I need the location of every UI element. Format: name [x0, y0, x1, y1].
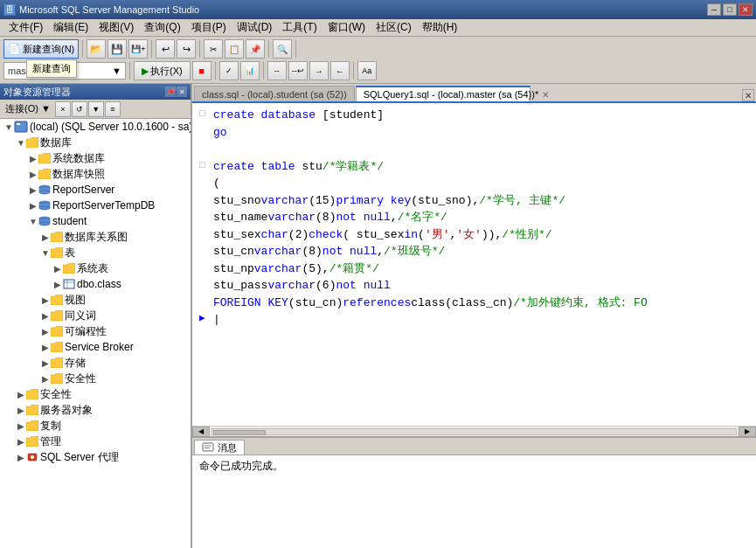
menu-query[interactable]: 查询(Q) [139, 18, 185, 37]
tree-reportserver[interactable]: ▶ ReportServer [0, 182, 191, 198]
uncomment-button[interactable]: --↩ [288, 61, 308, 80]
tree-sql-agent[interactable]: ▶ SQL Server 代理 [0, 449, 191, 465]
copy-button[interactable]: 📋 [225, 39, 244, 59]
tree-views[interactable]: ▶ 视图 [0, 292, 191, 308]
tree-system-tables[interactable]: ▶ 系统表 [0, 260, 191, 276]
object-tree: ▼ (local) (SQL Server 10.0.1600 - sa) ▼ … [0, 119, 191, 548]
refresh-button[interactable]: ↺ [72, 101, 87, 117]
sysdb-label: 系统数据库 [52, 151, 105, 166]
save-button[interactable]: 💾 [108, 39, 127, 59]
synonyms-expand: ▶ [40, 310, 51, 321]
toolbar-row-1: 📄 新建查询(N) 📂 💾 💾+ ↩ ↪ ✂ 📋 📌 🔍 [3, 38, 753, 59]
student-expand: ▼ [28, 216, 38, 226]
tree-replication[interactable]: ▶ 复制 [0, 418, 191, 434]
tree-programmability[interactable]: ▶ 可编程性 [0, 323, 191, 339]
menu-debug[interactable]: 调试(D) [232, 18, 278, 37]
rs-expand: ▶ [28, 184, 38, 195]
stop-button[interactable]: ■ [192, 61, 212, 80]
tree-security-student[interactable]: ▶ 安全性 [0, 371, 191, 386]
tab-sqlquery1[interactable]: SQLQuery1.sql - (local).master (sa (54))… [356, 86, 531, 101]
execute-button[interactable]: ▶ 执行(X) [134, 61, 191, 80]
include-actual-button[interactable]: 📊 [240, 61, 260, 80]
h-scrollbar[interactable]: ◀ ▶ [192, 426, 756, 436]
comment-button[interactable]: -- [267, 61, 287, 80]
tree-db-diagram[interactable]: ▶ 数据库关系图 [0, 229, 191, 245]
messages-tab[interactable]: 消息 [194, 440, 245, 454]
menu-file[interactable]: 文件(F) [3, 18, 48, 37]
mgmt-label: 管理 [40, 434, 61, 449]
snapshot-expand: ▶ [28, 169, 38, 179]
filter-button[interactable]: ▼ [88, 101, 104, 117]
connect-button[interactable]: 连接(O) ▼ [2, 102, 54, 115]
tree-student-db[interactable]: ▼ student [0, 213, 191, 229]
redo-button[interactable]: ↪ [177, 39, 196, 59]
folder-icon-5 [51, 247, 63, 258]
tree-storage[interactable]: ▶ 存储 [0, 355, 191, 371]
code-line-3 [199, 141, 749, 158]
open-button[interactable]: 📂 [87, 39, 106, 59]
execute-icon: ▶ [142, 66, 149, 77]
outdent-button[interactable]: ← [330, 61, 350, 80]
cut-button[interactable]: ✂ [204, 39, 223, 59]
security-expand: ▶ [16, 389, 26, 399]
menu-project[interactable]: 项目(P) [186, 18, 232, 37]
scrollbar-track[interactable] [212, 428, 737, 435]
main-content: 对象资源管理器 📌 ✕ 连接(O) ▼ × ↺ ▼ ≡ ▼ (local) (S… [0, 84, 756, 548]
new-query-button[interactable]: 📄 新建查询(N) [3, 39, 79, 59]
tab-class-sql[interactable]: class.sql - (local).student (sa (52)) [194, 86, 355, 101]
tree-reportserver-temp[interactable]: ▶ ReportServerTempDB [0, 198, 191, 213]
maximize-button[interactable]: □ [723, 3, 737, 16]
success-message: 命令已成功完成。 [199, 460, 283, 472]
code-line-1: □ create database [student] [199, 107, 749, 124]
save-all-button[interactable]: 💾+ [128, 39, 148, 59]
scrollbar-thumb[interactable] [213, 430, 266, 435]
panel-header: 对象资源管理器 📌 ✕ [0, 84, 191, 100]
pin-button[interactable]: 📌 [165, 87, 176, 97]
summary-button[interactable]: ≡ [105, 101, 121, 117]
disconnect-button[interactable]: × [55, 101, 71, 117]
mgmt-expand: ▶ [16, 436, 26, 447]
tree-server[interactable]: ▼ (local) (SQL Server 10.0.1600 - sa) [0, 119, 191, 135]
title-bar-buttons[interactable]: ─ □ ✕ [707, 3, 753, 16]
tables-expand: ▼ [40, 247, 51, 258]
tree-service-broker[interactable]: ▶ Service Broker [0, 339, 191, 355]
tree-dbo-class[interactable]: ▶ dbo.class [0, 276, 191, 292]
parse-button[interactable]: ✓ [219, 61, 239, 80]
server-label: (local) (SQL Server 10.0.1600 - sa) [30, 121, 191, 133]
agent-expand: ▶ [16, 452, 26, 462]
toolbar-separator-8 [263, 62, 264, 80]
minimize-button[interactable]: ─ [707, 3, 721, 16]
panel-header-buttons[interactable]: 📌 ✕ [165, 87, 187, 97]
close-panel-button[interactable]: ✕ [177, 87, 187, 97]
scroll-left[interactable]: ◀ [192, 427, 210, 437]
close-button[interactable]: ✕ [739, 3, 753, 16]
editor-close-button[interactable]: ✕ [742, 89, 754, 101]
menu-tools[interactable]: 工具(T) [277, 18, 322, 37]
code-line-13: ▶ | [199, 311, 749, 329]
menu-help[interactable]: 帮助(H) [417, 18, 463, 37]
tab-close-icon[interactable]: ✕ [542, 90, 549, 100]
menu-edit[interactable]: 编辑(E) [48, 18, 94, 37]
indent-button[interactable]: → [309, 61, 329, 80]
paste-button[interactable]: 📌 [246, 39, 265, 59]
zoom-button[interactable]: Aa [357, 61, 377, 80]
sec-student-label: 安全性 [65, 371, 96, 386]
menu-view[interactable]: 视图(V) [94, 18, 139, 37]
tree-databases-folder[interactable]: ▼ 数据库 [0, 135, 191, 150]
tree-tables[interactable]: ▼ 表 [0, 245, 191, 260]
tree-security[interactable]: ▶ 安全性 [0, 386, 191, 402]
tree-system-db[interactable]: ▶ 系统数据库 [0, 150, 191, 166]
code-editor[interactable]: □ create database [student] go □ create … [192, 103, 756, 426]
svg-rect-11 [64, 280, 74, 288]
sb-label: Service Broker [65, 341, 134, 353]
prog-label: 可编程性 [65, 324, 107, 339]
undo-button[interactable]: ↩ [156, 39, 175, 59]
tree-server-objects[interactable]: ▶ 服务器对象 [0, 402, 191, 418]
menu-window[interactable]: 窗口(W) [323, 18, 371, 37]
menu-community[interactable]: 社区(C) [371, 18, 417, 37]
tree-db-snapshot[interactable]: ▶ 数据库快照 [0, 166, 191, 182]
scroll-right[interactable]: ▶ [739, 427, 756, 437]
tree-management[interactable]: ▶ 管理 [0, 434, 191, 449]
find-button[interactable]: 🔍 [273, 39, 292, 59]
tree-synonyms[interactable]: ▶ 同义词 [0, 308, 191, 323]
